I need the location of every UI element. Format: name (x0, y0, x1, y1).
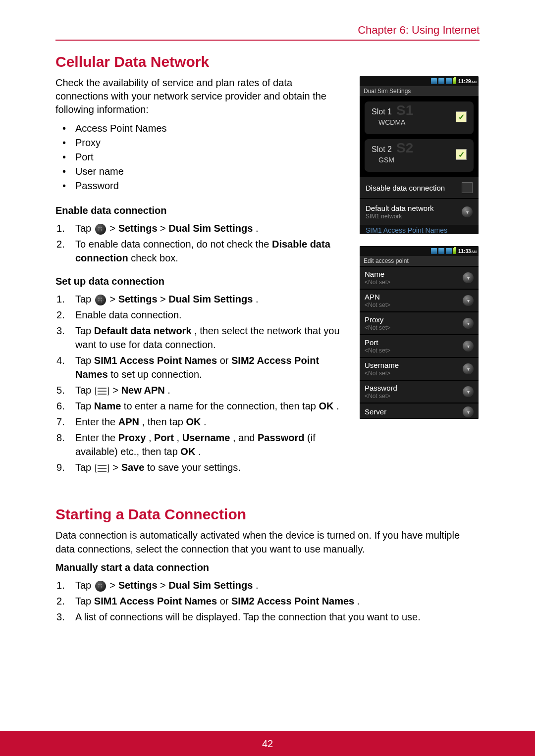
field-label: Server (365, 407, 386, 416)
text: Tap (75, 385, 94, 396)
text: . (167, 385, 170, 396)
text: > (160, 294, 168, 304)
chevron-down-icon: ▾ (463, 272, 474, 283)
text: Tap (75, 223, 94, 234)
step: Tap SIM1 Access Point Names or SIM2 Acce… (55, 353, 347, 381)
signal-icon (438, 78, 444, 84)
step: Tap > Settings > Dual Sim Settings . (55, 292, 347, 306)
bold: Settings (118, 294, 158, 304)
step: Tap Default data network , then select t… (55, 324, 347, 352)
text: . (256, 294, 259, 304)
text: . (204, 416, 207, 427)
text: or (220, 355, 231, 366)
slot1-card[interactable]: Slot 1 WCDMA S1 ✓ (365, 101, 474, 134)
text: Tap (75, 355, 94, 366)
slot2-checkbox[interactable]: ✓ (456, 149, 467, 160)
step: A list of connections will be displayed.… (55, 610, 480, 624)
slot2-badge: S2 (396, 140, 413, 156)
section-title-starting: Starting a Data Connection (55, 506, 480, 523)
menu-icon (95, 464, 109, 473)
bullet-item: User name (55, 164, 347, 179)
menu-icon (95, 387, 109, 396)
text: or (220, 596, 231, 606)
chapter-header: Chapter 6: Using Internet (55, 24, 480, 41)
chevron-down-icon: ▾ (463, 318, 474, 329)
step: Enter the APN , then tap OK . (55, 415, 347, 429)
field-value: <Not set> (365, 324, 390, 331)
text: , then tap (142, 416, 186, 427)
slot1-checkbox[interactable]: ✓ (456, 111, 467, 122)
enable-steps: Tap > Settings > Dual Sim Settings . To … (55, 221, 347, 265)
apn-field-port[interactable]: Port<Not set> ▾ (360, 335, 479, 357)
text: > (112, 462, 121, 473)
screenshot-edit-apn: 11:33AM Edit access point Name<Not set> … (360, 246, 479, 419)
chevron-down-icon: ▾ (463, 406, 474, 417)
step: Tap SIM1 Access Point Names or SIM2 Acce… (55, 594, 480, 608)
text: to enter a name for the connection, then… (124, 401, 319, 411)
intro-text-2: Data connection is automatically activat… (55, 529, 480, 556)
text: > (160, 580, 168, 591)
step: Enter the Proxy , Port , Username , and … (55, 431, 347, 458)
text: , and (233, 432, 258, 443)
bold: Save (121, 462, 145, 473)
bold: Password (258, 432, 304, 443)
bold: Name (94, 401, 121, 411)
text: to set up connection. (110, 369, 202, 380)
text: Tap (75, 596, 94, 606)
step: Tap Name to enter a name for the connect… (55, 399, 347, 413)
step: Tap > Save to save your settings. (55, 460, 347, 474)
text: > (109, 223, 118, 234)
status-bar: 11:33AM (360, 246, 479, 256)
manual-steps: Tap > Settings > Dual Sim Settings . Tap… (55, 578, 480, 624)
disable-data-checkbox[interactable] (462, 182, 473, 193)
bold: Port (154, 432, 174, 443)
step: Enable data connection. (55, 308, 347, 322)
sim1-apn-row-cutoff: SIM1 Access Point Names (360, 225, 479, 234)
bullet-item: Access Point Names (55, 121, 347, 136)
bullet-item: Proxy (55, 136, 347, 150)
slot2-label: Slot 2 (372, 145, 394, 154)
text: Tap (75, 294, 94, 304)
field-label: APN (365, 293, 380, 301)
slot2-card[interactable]: Slot 2 GSM S2 ✓ (365, 139, 474, 172)
chevron-down-icon: ▾ (462, 206, 473, 217)
apn-field-password[interactable]: Password<Not set> ▾ (360, 380, 479, 403)
bold: OK (180, 446, 195, 457)
default-network-row[interactable]: Default data network SIM1 network ▾ (360, 199, 479, 225)
slot1-type: WCDMA (378, 118, 405, 126)
apn-field-name[interactable]: Name<Not set> ▾ (360, 266, 479, 289)
chevron-down-icon: ▾ (463, 363, 474, 374)
step: Tap > Settings > Dual Sim Settings . (55, 578, 480, 592)
apn-field-proxy[interactable]: Proxy<Not set> ▾ (360, 312, 479, 335)
apn-field-username[interactable]: Username<Not set> ▾ (360, 357, 479, 380)
setup-data-heading: Set up data connection (55, 276, 347, 287)
clock: 11:29AM (458, 79, 477, 84)
setup-steps: Tap > Settings > Dual Sim Settings . Ena… (55, 292, 347, 474)
apn-field-apn[interactable]: APN<Not set> ▾ (360, 289, 479, 312)
apps-icon (95, 581, 106, 592)
field-value: <Not set> (365, 370, 399, 377)
signal-icon (446, 78, 452, 84)
step: Tap > Settings > Dual Sim Settings . (55, 221, 347, 235)
slot2-type: GSM (378, 156, 394, 164)
signal-icon (431, 78, 437, 84)
apps-icon (95, 224, 106, 235)
step: To enable data connection, do not check … (55, 237, 347, 265)
screen-title: Dual Sim Settings (360, 86, 479, 97)
chevron-down-icon: ▾ (463, 295, 474, 306)
text: Enter the (75, 432, 118, 443)
text: . (256, 223, 259, 234)
chevron-down-icon: ▾ (463, 386, 474, 397)
apn-field-server[interactable]: Server ▾ (360, 403, 479, 419)
field-label: Proxy (365, 315, 383, 324)
disable-data-row[interactable]: Disable data connection (360, 177, 479, 199)
bullet-item: Port (55, 150, 347, 164)
text: to save your settings. (147, 462, 241, 473)
bold: Default data network (94, 325, 192, 336)
slot1-badge: S1 (396, 102, 413, 118)
text: > (160, 223, 168, 234)
field-label: Username (365, 361, 399, 369)
bold: SIM1 Access Point Names (94, 355, 217, 366)
signal-icon (438, 248, 444, 254)
battery-icon (453, 248, 456, 254)
